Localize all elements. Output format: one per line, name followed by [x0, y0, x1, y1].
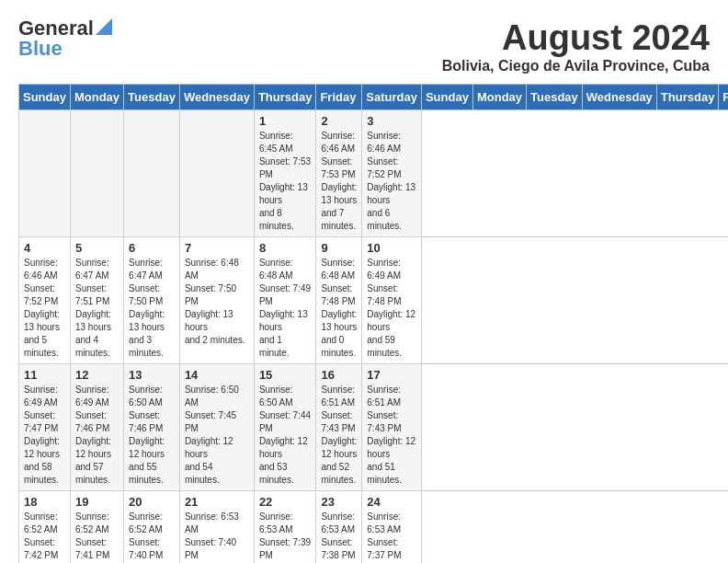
title-area: August 2024 Bolivia, Ciego de Avila Prov…	[442, 18, 710, 75]
calendar-cell: 1Sunrise: 6:45 AM Sunset: 7:53 PM Daylig…	[254, 110, 316, 237]
day-number: 7	[185, 241, 249, 255]
day-info: Sunrise: 6:52 AM Sunset: 7:41 PM Dayligh…	[75, 511, 119, 563]
day-info: Sunrise: 6:49 AM Sunset: 7:46 PM Dayligh…	[75, 384, 119, 487]
calendar-cell: 4Sunrise: 6:46 AM Sunset: 7:52 PM Daylig…	[19, 237, 71, 364]
header-wednesday: Wednesday	[582, 85, 656, 110]
calendar-table: SundayMondayTuesdayWednesdayThursdayFrid…	[18, 84, 728, 563]
day-number: 18	[24, 495, 65, 509]
calendar-cell: 23Sunrise: 6:53 AM Sunset: 7:38 PM Dayli…	[316, 491, 362, 564]
calendar-cell: 8Sunrise: 6:48 AM Sunset: 7:49 PM Daylig…	[254, 237, 316, 364]
day-info: Sunrise: 6:47 AM Sunset: 7:50 PM Dayligh…	[129, 257, 175, 360]
day-number: 11	[24, 368, 65, 382]
day-number: 1	[259, 114, 312, 128]
calendar-cell	[124, 110, 180, 237]
day-info: Sunrise: 6:46 AM Sunset: 7:52 PM Dayligh…	[24, 257, 65, 360]
header-monday: Monday	[70, 85, 123, 110]
calendar-cell: 22Sunrise: 6:53 AM Sunset: 7:39 PM Dayli…	[254, 491, 316, 564]
logo: General Blue	[18, 18, 112, 59]
calendar-cell: 10Sunrise: 6:49 AM Sunset: 7:48 PM Dayli…	[362, 237, 422, 364]
day-number: 10	[367, 241, 416, 255]
header-thursday: Thursday	[656, 85, 719, 110]
day-number: 13	[129, 368, 175, 382]
day-number: 15	[259, 368, 312, 382]
calendar-week-row: 1Sunrise: 6:45 AM Sunset: 7:53 PM Daylig…	[19, 110, 729, 237]
day-info: Sunrise: 6:48 AM Sunset: 7:48 PM Dayligh…	[321, 257, 357, 360]
calendar-cell: 21Sunrise: 6:53 AM Sunset: 7:40 PM Dayli…	[179, 491, 254, 564]
day-number: 24	[367, 495, 416, 509]
day-number: 14	[185, 368, 249, 382]
day-number: 17	[367, 368, 416, 382]
calendar-cell: 3Sunrise: 6:46 AM Sunset: 7:52 PM Daylig…	[362, 110, 422, 237]
header-wednesday: Wednesday	[179, 85, 254, 110]
day-number: 4	[24, 241, 65, 255]
header-saturday: Saturday	[362, 85, 422, 110]
calendar-cell: 11Sunrise: 6:49 AM Sunset: 7:47 PM Dayli…	[19, 364, 71, 491]
month-year-title: August 2024	[442, 18, 710, 58]
day-info: Sunrise: 6:49 AM Sunset: 7:48 PM Dayligh…	[367, 257, 416, 360]
calendar-cell: 15Sunrise: 6:50 AM Sunset: 7:44 PM Dayli…	[254, 364, 316, 491]
day-number: 23	[321, 495, 357, 509]
day-info: Sunrise: 6:46 AM Sunset: 7:53 PM Dayligh…	[321, 130, 357, 233]
logo-blue-text: Blue	[18, 39, 63, 59]
day-info: Sunrise: 6:51 AM Sunset: 7:43 PM Dayligh…	[321, 384, 357, 487]
calendar-week-row: 4Sunrise: 6:46 AM Sunset: 7:52 PM Daylig…	[19, 237, 729, 364]
day-info: Sunrise: 6:48 AM Sunset: 7:50 PM Dayligh…	[185, 257, 249, 347]
day-number: 19	[75, 495, 119, 509]
calendar-cell	[70, 110, 123, 237]
day-number: 12	[75, 368, 119, 382]
calendar-cell: 19Sunrise: 6:52 AM Sunset: 7:41 PM Dayli…	[70, 491, 123, 564]
calendar-cell: 17Sunrise: 6:51 AM Sunset: 7:43 PM Dayli…	[362, 364, 422, 491]
day-number: 6	[129, 241, 175, 255]
calendar-cell	[19, 110, 71, 237]
location-subtitle: Bolivia, Ciego de Avila Province, Cuba	[442, 58, 710, 75]
day-number: 16	[321, 368, 357, 382]
day-info: Sunrise: 6:52 AM Sunset: 7:42 PM Dayligh…	[24, 511, 65, 563]
day-number: 2	[321, 114, 357, 128]
calendar-cell	[179, 110, 254, 237]
calendar-cell: 2Sunrise: 6:46 AM Sunset: 7:53 PM Daylig…	[316, 110, 362, 237]
day-number: 21	[185, 495, 249, 509]
header-monday: Monday	[472, 85, 526, 110]
day-info: Sunrise: 6:47 AM Sunset: 7:51 PM Dayligh…	[75, 257, 119, 360]
calendar-cell: 12Sunrise: 6:49 AM Sunset: 7:46 PM Dayli…	[70, 364, 123, 491]
header-tuesday: Tuesday	[124, 85, 180, 110]
svg-marker-0	[96, 18, 112, 35]
calendar-cell: 24Sunrise: 6:53 AM Sunset: 7:37 PM Dayli…	[362, 491, 422, 564]
day-info: Sunrise: 6:52 AM Sunset: 7:40 PM Dayligh…	[129, 511, 175, 563]
day-info: Sunrise: 6:53 AM Sunset: 7:38 PM Dayligh…	[321, 511, 357, 563]
day-info: Sunrise: 6:53 AM Sunset: 7:37 PM Dayligh…	[367, 511, 416, 563]
logo-arrow-icon	[96, 18, 112, 35]
header-thursday: Thursday	[254, 85, 316, 110]
day-info: Sunrise: 6:45 AM Sunset: 7:53 PM Dayligh…	[259, 130, 312, 233]
header-friday: Friday	[719, 85, 728, 110]
day-number: 20	[129, 495, 175, 509]
header-sunday: Sunday	[19, 85, 71, 110]
day-info: Sunrise: 6:50 AM Sunset: 7:44 PM Dayligh…	[259, 384, 312, 487]
day-info: Sunrise: 6:49 AM Sunset: 7:47 PM Dayligh…	[24, 384, 65, 487]
header-sunday: Sunday	[421, 85, 472, 110]
day-info: Sunrise: 6:50 AM Sunset: 7:46 PM Dayligh…	[129, 384, 175, 487]
calendar-week-row: 18Sunrise: 6:52 AM Sunset: 7:42 PM Dayli…	[19, 491, 729, 564]
day-number: 3	[367, 114, 416, 128]
day-number: 5	[75, 241, 119, 255]
day-info: Sunrise: 6:50 AM Sunset: 7:45 PM Dayligh…	[185, 384, 249, 487]
logo-general-text: General	[18, 18, 94, 39]
calendar-cell: 6Sunrise: 6:47 AM Sunset: 7:50 PM Daylig…	[124, 237, 180, 364]
day-number: 9	[321, 241, 357, 255]
day-info: Sunrise: 6:51 AM Sunset: 7:43 PM Dayligh…	[367, 384, 416, 487]
day-number: 22	[259, 495, 312, 509]
day-info: Sunrise: 6:53 AM Sunset: 7:39 PM Dayligh…	[259, 511, 312, 563]
page-header: General Blue August 2024 Bolivia, Ciego …	[18, 18, 710, 75]
calendar-cell: 16Sunrise: 6:51 AM Sunset: 7:43 PM Dayli…	[316, 364, 362, 491]
calendar-cell: 18Sunrise: 6:52 AM Sunset: 7:42 PM Dayli…	[19, 491, 71, 564]
header-friday: Friday	[316, 85, 362, 110]
day-info: Sunrise: 6:46 AM Sunset: 7:52 PM Dayligh…	[367, 130, 416, 233]
calendar-cell: 20Sunrise: 6:52 AM Sunset: 7:40 PM Dayli…	[124, 491, 180, 564]
calendar-cell: 7Sunrise: 6:48 AM Sunset: 7:50 PM Daylig…	[179, 237, 254, 364]
calendar-cell: 13Sunrise: 6:50 AM Sunset: 7:46 PM Dayli…	[124, 364, 180, 491]
calendar-header-row: SundayMondayTuesdayWednesdayThursdayFrid…	[19, 85, 729, 110]
calendar-cell: 9Sunrise: 6:48 AM Sunset: 7:48 PM Daylig…	[316, 237, 362, 364]
day-info: Sunrise: 6:48 AM Sunset: 7:49 PM Dayligh…	[259, 257, 312, 360]
day-info: Sunrise: 6:53 AM Sunset: 7:40 PM Dayligh…	[185, 511, 249, 563]
day-number: 8	[259, 241, 312, 255]
